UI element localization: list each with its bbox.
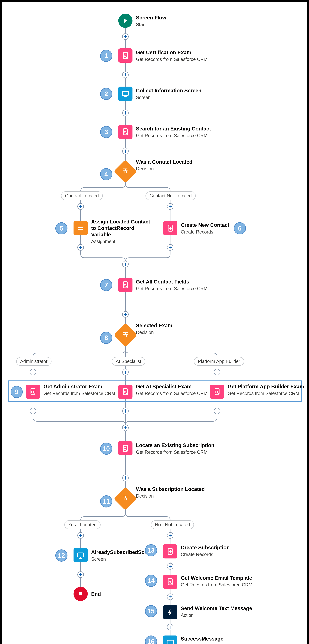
svg-point-27 [124, 284, 126, 286]
get-records-icon[interactable] [118, 384, 132, 399]
n3-label: Search for an Existing Contact Get Recor… [136, 126, 211, 138]
end-node[interactable] [74, 587, 88, 601]
create-records-icon[interactable] [163, 544, 177, 558]
add-between-start-n1[interactable] [122, 33, 128, 40]
branch-icon [122, 168, 129, 175]
add-between-n10-d11[interactable] [122, 475, 128, 481]
n14-label: Get Welcome Email Template Get Records f… [181, 575, 252, 588]
add-below-n6[interactable] [167, 244, 174, 251]
d4-label: Was a Contact Located Decision [136, 159, 192, 172]
callout-11: 11 [100, 495, 112, 508]
n16-label: SuccessMessage Screen [181, 636, 224, 644]
svg-point-36 [216, 391, 218, 393]
get-records-icon[interactable] [118, 278, 132, 292]
add-on-path-located[interactable] [78, 203, 84, 210]
get-records-icon[interactable] [163, 575, 177, 589]
add-on-path-no[interactable] [167, 532, 174, 539]
add-between-n13-n14[interactable] [167, 563, 174, 570]
path-no-not-located: No - Not Located [151, 520, 194, 529]
add-on-path-notlocated[interactable] [167, 203, 174, 210]
add-on-path-yes[interactable] [78, 532, 84, 539]
get-records-icon[interactable] [118, 48, 132, 62]
callout-5: 5 [55, 222, 68, 234]
svg-line-31 [34, 393, 34, 394]
start-node[interactable] [118, 14, 132, 28]
screen-icon[interactable] [74, 548, 88, 562]
action-icon[interactable] [163, 605, 177, 619]
svg-rect-44 [79, 592, 82, 596]
clipboard-search-icon [121, 52, 130, 60]
svg-line-50 [171, 583, 172, 584]
svg-line-28 [126, 286, 127, 287]
add-below-n12[interactable] [78, 571, 84, 578]
n9a-label: Get Administrator Exam Get Records from … [44, 383, 115, 396]
callout-12: 12 [55, 550, 68, 562]
path-contact-not-located: Contact Not Located [146, 192, 196, 200]
n6-label: Create New Contact Create Records [181, 222, 230, 235]
add-above-n7[interactable] [122, 261, 128, 268]
svg-line-20 [126, 133, 127, 134]
add-above-n10[interactable] [122, 424, 128, 431]
path-ai-specialist: AI Specialist [112, 357, 145, 366]
n5-label: Assign Located Contact to ContactRecord … [91, 218, 156, 244]
callout-16: 16 [145, 636, 157, 644]
add-between-n7-d8[interactable] [122, 311, 128, 318]
callout-8: 8 [100, 332, 112, 344]
decision-icon[interactable] [114, 487, 137, 510]
lightning-icon [166, 608, 174, 616]
svg-point-13 [124, 55, 126, 57]
add-on-path-admin[interactable] [30, 369, 36, 375]
decision-icon[interactable] [114, 323, 137, 347]
play-icon [122, 17, 129, 24]
add-on-path-pab[interactable] [214, 369, 220, 375]
get-records-icon[interactable] [118, 441, 132, 456]
callout-6: 6 [234, 222, 246, 234]
clipboard-search-icon [121, 444, 130, 452]
path-contact-located: Contact Located [61, 192, 103, 200]
screen-icon[interactable] [163, 636, 177, 644]
create-records-icon[interactable] [163, 221, 177, 235]
add-below-n9b[interactable] [122, 408, 128, 414]
callout-14: 14 [145, 575, 157, 587]
n9c-label: Get Platform App Builder Exam Get Record… [228, 383, 304, 396]
add-on-path-ai[interactable] [122, 369, 128, 375]
monitor-icon [121, 90, 130, 98]
callout-2: 2 [100, 88, 112, 100]
get-records-icon[interactable] [26, 384, 40, 399]
clipboard-search-icon [213, 388, 221, 396]
callout-1: 1 [100, 50, 112, 62]
get-records-icon[interactable] [118, 125, 132, 139]
n7-label: Get All Contact Fields Get Records from … [136, 278, 208, 292]
add-between-n2-n3[interactable] [122, 110, 128, 116]
clipboard-search-icon [29, 388, 37, 396]
clipboard-plus-icon [166, 224, 174, 232]
add-between-n14-n15[interactable] [167, 594, 174, 600]
n9b-label: Get AI Specialist Exam Get Records from … [136, 383, 208, 396]
add-between-n15-n16[interactable] [167, 624, 174, 630]
add-below-n9a[interactable] [30, 408, 36, 414]
svg-rect-15 [122, 91, 128, 95]
svg-point-49 [169, 581, 171, 583]
add-below-n5[interactable] [78, 244, 84, 251]
flow-canvas: Screen Flow Start 1 Get Certification Ex… [2, 2, 307, 644]
start-label: Screen Flow Start [136, 14, 166, 28]
add-between-n3-d4[interactable] [122, 148, 128, 154]
d8-label: Selected Exam Decision [136, 322, 172, 335]
assignment-icon[interactable] [74, 221, 88, 235]
callout-3: 3 [100, 126, 112, 138]
get-records-icon[interactable] [210, 384, 224, 399]
equals-icon [76, 224, 85, 232]
branch-icon [122, 495, 129, 502]
screen-icon[interactable] [118, 86, 132, 101]
callout-4: 4 [100, 168, 112, 180]
add-between-n1-n2[interactable] [122, 72, 128, 78]
decision-icon[interactable] [114, 160, 137, 183]
path-platform-app-builder: Platform App Builder [194, 357, 244, 366]
clipboard-search-icon [166, 578, 174, 586]
add-below-n9c[interactable] [214, 408, 220, 414]
clipboard-search-icon [121, 128, 130, 136]
path-administrator: Administrator [16, 357, 52, 366]
stop-icon [78, 591, 84, 597]
callout-7: 7 [100, 279, 112, 291]
callout-10: 10 [100, 442, 112, 455]
